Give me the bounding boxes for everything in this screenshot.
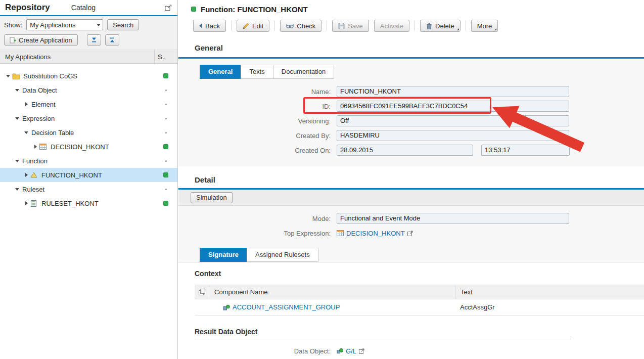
tree-item-substitution-cogs[interactable]: Substitution CoGS <box>0 69 177 83</box>
context-table-row[interactable]: ACCOUNT_ASSIGNMENT_GROUP AcctAssgGr <box>195 299 644 316</box>
name-label: Name: <box>178 88 337 96</box>
chevron-down-icon[interactable] <box>13 188 21 191</box>
menu-corner-icon <box>457 28 459 30</box>
name-field[interactable]: FUNCTION_HKONT <box>337 86 569 97</box>
column-header-text[interactable]: Text <box>455 285 644 299</box>
folder-icon <box>12 73 22 79</box>
tree-item-ruleset[interactable]: Ruleset <box>0 182 177 196</box>
created-by-label: Created By: <box>178 132 337 140</box>
detail-section-heading: Detail <box>178 174 644 185</box>
collapse-all-icon <box>109 37 115 43</box>
context-table-header: Component Name Text <box>195 285 644 299</box>
edit-button[interactable]: Edit <box>237 20 269 32</box>
tree-item-expression[interactable]: Expression <box>0 111 177 125</box>
expand-all-button[interactable] <box>87 34 101 46</box>
create-application-button[interactable]: Create Application <box>4 34 78 46</box>
top-expression-link[interactable]: DECISION_HKONT <box>346 230 405 237</box>
mode-field[interactable]: Functional and Event Mode <box>337 213 569 224</box>
decision-table-icon <box>39 144 50 150</box>
tree-item-data-object[interactable]: Data Object <box>0 83 177 97</box>
detach-panel-icon[interactable] <box>165 5 172 11</box>
back-button[interactable]: Back <box>193 20 226 32</box>
check-glasses-icon <box>286 23 294 29</box>
toolbar-separator <box>327 21 327 31</box>
versioning-field[interactable]: Off <box>337 115 569 126</box>
context-heading: Context <box>178 270 644 278</box>
top-expression-label: Top Expression: <box>178 230 337 237</box>
chevron-down-icon[interactable] <box>13 160 21 162</box>
status-badge <box>154 118 177 119</box>
active-status-dot <box>191 7 196 12</box>
created-by-field[interactable]: HASDEMIRU <box>337 130 569 141</box>
chevron-right-icon[interactable] <box>22 201 30 205</box>
status-badge <box>154 160 177 162</box>
open-object-icon[interactable] <box>359 348 364 354</box>
open-object-icon[interactable] <box>407 231 413 236</box>
general-section-body: General Texts Documentation Name: FUNCTI… <box>178 59 644 166</box>
menu-corner-icon <box>494 28 496 30</box>
data-object-link[interactable]: G/L <box>346 347 356 355</box>
status-badge <box>154 201 177 206</box>
status-column-header: S.. <box>154 50 177 63</box>
tree-item-function[interactable]: Function <box>0 154 177 168</box>
element-icon <box>223 304 230 310</box>
tab-documentation[interactable]: Documentation <box>273 65 334 79</box>
tab-general[interactable]: General <box>200 65 241 79</box>
delete-button[interactable]: Delete <box>420 20 461 32</box>
decision-table-icon <box>337 230 344 236</box>
back-icon <box>199 23 202 28</box>
show-label: Show: <box>4 21 22 29</box>
toolbar-separator <box>415 21 415 31</box>
status-badge <box>154 104 177 105</box>
more-button[interactable]: More <box>471 20 498 32</box>
search-button[interactable]: Search <box>107 19 139 30</box>
signature-panel: Context Component Name Text <box>178 262 644 359</box>
general-form: Name: FUNCTION_HKONT ID: 06934568FC091EE… <box>178 86 644 156</box>
tab-texts[interactable]: Texts <box>241 65 273 79</box>
repository-title: Repository <box>5 3 50 13</box>
created-on-date-field[interactable]: 28.09.2015 <box>337 145 473 156</box>
tab-assigned-rulesets[interactable]: Assigned Rulesets <box>247 248 318 262</box>
status-badge <box>154 132 177 133</box>
show-filter-select[interactable]: My Applications <box>26 19 103 30</box>
repository-header: Repository Catalog <box>0 0 177 15</box>
chevron-right-icon[interactable] <box>31 145 39 149</box>
save-disk-icon <box>338 23 345 29</box>
toolbar-separator <box>231 21 232 31</box>
check-button[interactable]: Check <box>280 20 321 32</box>
component-text-cell: AcctAssgGr <box>455 299 644 315</box>
chevron-down-icon[interactable] <box>13 89 21 92</box>
main-toolbar: Back Edit Check Save Activate <box>178 18 644 33</box>
tree-item-element[interactable]: Element <box>0 97 177 111</box>
activate-button[interactable]: Activate <box>374 20 409 32</box>
created-on-time-field[interactable]: 13:53:17 <box>481 145 570 156</box>
function-detail-pane: Function: FUNCTION_HKONT Back Edit Check… <box>178 0 644 359</box>
chevron-right-icon[interactable] <box>22 173 30 177</box>
tab-catalog[interactable]: Catalog <box>71 4 96 12</box>
id-field[interactable]: 06934568FC091EE599BAEF3C7BDC0C54 <box>337 101 569 112</box>
tree-item-decision-table[interactable]: Decision Table <box>0 125 177 140</box>
page-title: Function: FUNCTION_HKONT <box>201 5 308 14</box>
collapse-all-button[interactable] <box>105 34 119 46</box>
tree-item-function-hkont[interactable]: FUNCTION_HKONT <box>0 168 177 182</box>
repository-tree: Substitution CoGS Data Object Element Ex… <box>0 64 177 210</box>
component-name-link[interactable]: ACCOUNT_ASSIGNMENT_GROUP <box>233 303 340 311</box>
select-all-icon[interactable] <box>195 289 209 295</box>
chevron-down-icon[interactable] <box>22 131 30 134</box>
repository-panel: Repository Catalog Show: My Applications… <box>0 0 178 359</box>
id-label: ID: <box>178 103 337 110</box>
column-header-component-name[interactable]: Component Name <box>209 285 455 299</box>
chevron-down-icon[interactable] <box>4 75 12 77</box>
result-rule <box>195 339 571 339</box>
tree-item-decision-hkont[interactable]: DECISION_HKONT <box>0 140 177 154</box>
data-object-label: Data Object: <box>178 347 337 355</box>
tree-item-ruleset-hkont[interactable]: RULESET_HKONT <box>0 196 177 210</box>
simulation-button[interactable]: Simulation <box>191 192 233 203</box>
trash-icon <box>426 23 432 29</box>
detail-tabstrip: Signature Assigned Rulesets <box>200 248 644 262</box>
general-tabstrip: General Texts Documentation <box>200 65 644 79</box>
tab-signature[interactable]: Signature <box>200 248 247 262</box>
chevron-down-icon[interactable] <box>13 117 21 120</box>
chevron-right-icon[interactable] <box>22 102 30 106</box>
save-button[interactable]: Save <box>332 20 369 32</box>
